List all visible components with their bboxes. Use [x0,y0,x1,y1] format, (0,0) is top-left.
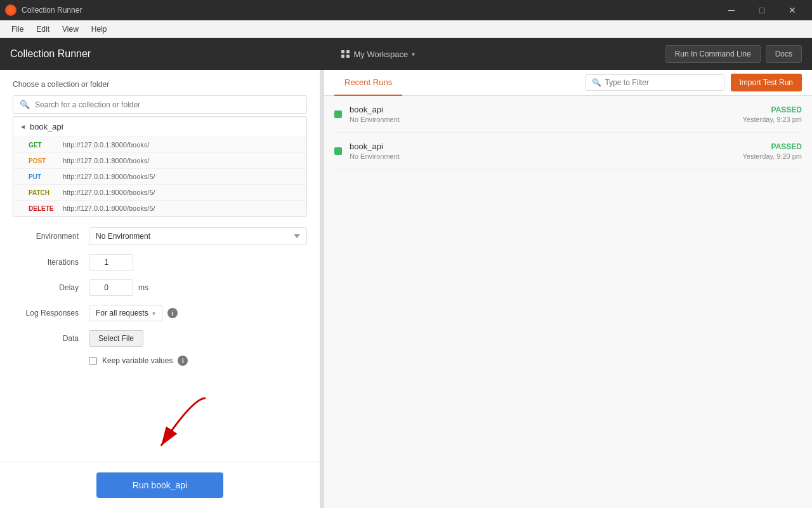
collection-name: book_api [30,122,63,131]
run-status-area-1: PASSED Yesterday, 9:20 pm [742,142,802,160]
keep-var-checkbox[interactable] [89,357,97,365]
data-row: Data Select File [13,330,307,347]
import-test-run-button[interactable]: Import Test Run [731,74,802,91]
close-button[interactable]: ✕ [778,0,807,20]
environment-control: No Environment [89,227,307,245]
app-header: Collection Runner My Workspace ▾ Run In … [0,38,812,70]
right-panel: Recent Runs 🔍 Import Test Run book_api N… [324,70,812,508]
menu-file[interactable]: File [5,22,30,36]
iterations-input[interactable] [89,254,133,271]
grid-icon [346,50,350,53]
title-bar: Collection Runner ─ □ ✕ [0,0,812,20]
request-url-1: http://127.0.0.1:8000/books/ [63,157,149,164]
run-status-1: PASSED [742,142,802,151]
log-responses-control: For all requests ▾ i [89,305,307,321]
request-list: GET http://127.0.0.1:8000/books/ POST ht… [13,137,306,217]
grid-icon [341,50,344,53]
run-env-0: No Environment [350,116,400,123]
run-button-area: Run book_api [0,462,320,508]
form-section: Environment No Environment Iterations [13,227,307,366]
request-item-post[interactable]: POST http://127.0.0.1:8000/books/ [13,153,306,169]
environment-select[interactable]: No Environment [89,227,307,245]
data-label: Data [13,334,89,343]
restore-button[interactable]: □ [747,0,776,20]
request-item-get[interactable]: GET http://127.0.0.1:8000/books/ [13,137,306,153]
tab-recent-runs[interactable]: Recent Runs [334,70,402,96]
filter-input[interactable] [605,78,717,87]
iterations-label: Iterations [13,258,89,267]
run-time-1: Yesterday, 9:20 pm [742,152,802,160]
method-post-badge: POST [29,157,56,164]
method-get-badge: GET [29,142,56,149]
left-panel-scrollable: Choose a collection or folder 🔍 ◄ book_a… [0,70,320,508]
workspace-selector[interactable]: My Workspace ▾ [341,50,416,59]
run-time-0: Yesterday, 9:23 pm [742,116,802,123]
run-env-1: No Environment [350,152,400,160]
keep-var-info-icon[interactable]: i [178,356,188,366]
run-color-badge-0 [334,110,342,118]
search-input[interactable] [35,100,300,109]
runs-list: book_api No Environment PASSED Yesterday… [324,96,812,508]
tabs: Recent Runs [334,70,402,95]
delay-row: Delay ms [13,279,307,296]
collection-tree: ◄ book_api GET http://127.0.0.1:8000/boo… [13,116,307,217]
filter-input-wrap: 🔍 [585,74,724,91]
chevron-down-icon: ▾ [412,51,415,58]
delay-control: ms [89,279,307,296]
menu-bar: File Edit View Help [0,20,812,38]
log-responses-label: Log Responses [13,309,89,318]
app-title: Collection Runner [10,48,91,60]
select-file-button[interactable]: Select File [89,330,143,347]
method-patch-badge: PATCH [29,189,56,196]
chevron-down-icon: ▾ [152,310,155,317]
run-name-1: book_api [350,142,400,151]
iterations-row: Iterations [13,254,307,271]
delay-label: Delay [13,283,89,292]
data-control: Select File [89,330,307,347]
title-bar-title: Collection Runner [22,6,82,15]
menu-edit[interactable]: Edit [30,22,56,36]
search-box: 🔍 [13,95,307,114]
request-url-2: http://127.0.0.1:8000/books/5/ [63,173,155,180]
choose-collection-label: Choose a collection or folder [13,80,307,89]
collection-header[interactable]: ◄ book_api [13,117,306,137]
request-item-delete[interactable]: DELETE http://127.0.0.1:8000/books/5/ [13,201,306,217]
docs-button[interactable]: Docs [766,45,802,63]
keep-var-row: Keep variable values i [13,356,307,366]
log-responses-dropdown[interactable]: For all requests ▾ [89,305,162,321]
window-controls: ─ □ ✕ [717,0,807,20]
run-item-left-0: book_api No Environment [334,105,400,123]
log-responses-row: Log Responses For all requests ▾ i [13,305,307,321]
search-icon: 🔍 [20,100,30,109]
run-collection-button[interactable]: Run book_api [96,472,223,498]
request-item-patch[interactable]: PATCH http://127.0.0.1:8000/books/5/ [13,185,306,201]
run-name-0: book_api [350,105,400,114]
request-url-3: http://127.0.0.1:8000/books/5/ [63,189,155,196]
app-logo [5,4,16,16]
log-responses-value: For all requests [96,309,148,318]
menu-help[interactable]: Help [85,22,114,36]
run-command-line-button[interactable]: Run In Command Line [665,45,761,63]
ms-label: ms [138,283,148,292]
run-status-0: PASSED [742,105,802,114]
delay-input[interactable] [89,279,133,296]
menu-view[interactable]: View [56,22,85,36]
keep-var-label: Keep variable values [102,356,173,365]
run-item-1[interactable]: book_api No Environment PASSED Yesterday… [334,133,802,170]
grid-icon [346,55,350,58]
run-item-info-1: book_api No Environment [350,142,400,160]
run-item-left-1: book_api No Environment [334,142,400,160]
request-url-4: http://127.0.0.1:8000/books/5/ [63,204,155,212]
workspace-label: My Workspace [354,50,409,59]
request-item-put[interactable]: PUT http://127.0.0.1:8000/books/5/ [13,169,306,185]
run-color-badge-1 [334,147,342,155]
caret-icon: ◄ [20,123,26,130]
log-responses-info-icon[interactable]: i [167,308,178,318]
left-panel: Choose a collection or folder 🔍 ◄ book_a… [0,70,320,508]
environment-row: Environment No Environment [13,227,307,245]
request-url-0: http://127.0.0.1:8000/books/ [63,141,149,149]
minimize-button[interactable]: ─ [717,0,746,20]
header-buttons: Run In Command Line Docs [665,45,802,63]
run-item-0[interactable]: book_api No Environment PASSED Yesterday… [334,96,802,133]
environment-label: Environment [13,232,89,241]
